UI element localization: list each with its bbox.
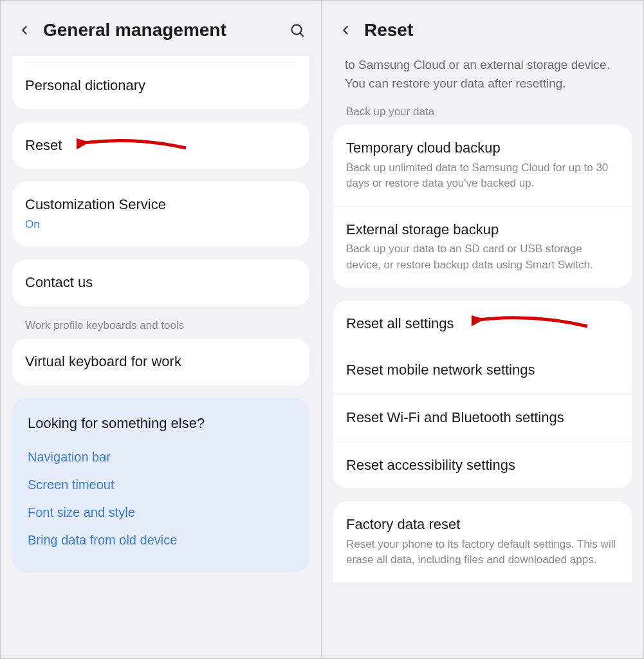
help-link-font-size-style[interactable]: Font size and style [28, 499, 294, 526]
row-temporary-cloud-backup[interactable]: Temporary cloud backup Back up unlimited… [333, 125, 632, 206]
factory-label: Factory data reset [346, 515, 619, 534]
external-storage-label: External storage backup [346, 221, 619, 239]
right-panel: Reset to Samsung Cloud or an external st… [322, 1, 643, 658]
card-truncated: Personal dictionary [12, 56, 309, 109]
svg-line-1 [300, 33, 304, 37]
row-reset-accessibility[interactable]: Reset accessibility settings [333, 441, 632, 489]
row-reset-wifi-bluetooth[interactable]: Reset Wi-Fi and Bluetooth settings [333, 394, 632, 441]
page-title: Reset [364, 20, 629, 41]
page-title: General management [43, 20, 279, 41]
reset-mobile-label: Reset mobile network settings [346, 361, 619, 380]
reset-accessibility-label: Reset accessibility settings [346, 456, 619, 475]
external-storage-sub: Back up your data to an SD card or USB s… [346, 241, 619, 273]
row-reset[interactable]: Reset [12, 122, 309, 169]
row-virtual-keyboard-work[interactable]: Virtual keyboard for work [12, 339, 309, 385]
card-backup: Temporary cloud backup Back up unlimited… [333, 125, 632, 288]
card-reset: Reset [12, 122, 309, 169]
temp-cloud-sub: Back up unlimited data to Samsung Cloud … [346, 160, 619, 192]
row-contact-us[interactable]: Contact us [12, 259, 309, 306]
virtual-keyboard-work-label: Virtual keyboard for work [25, 353, 297, 371]
reset-label: Reset [25, 136, 297, 155]
card-virtual-keyboard-work: Virtual keyboard for work [12, 339, 309, 385]
reset-all-label: Reset all settings [346, 315, 619, 333]
personal-dictionary-label: Personal dictionary [25, 77, 297, 95]
help-link-bring-data[interactable]: Bring data from old device [28, 526, 294, 554]
header-reset: Reset [322, 1, 643, 56]
header-general-management: General management [1, 1, 321, 56]
help-card: Looking for something else? Navigation b… [12, 398, 309, 572]
row-external-storage-backup[interactable]: External storage backup Back up your dat… [333, 206, 632, 288]
contact-us-label: Contact us [25, 274, 297, 292]
card-contact-us: Contact us [12, 259, 309, 306]
back-icon[interactable] [15, 21, 34, 40]
search-icon[interactable] [288, 21, 307, 40]
help-link-navigation-bar[interactable]: Navigation bar [28, 443, 294, 471]
row-factory-data-reset[interactable]: Factory data reset Reset your phone to i… [333, 501, 632, 582]
card-customization-service: Customization Service On [12, 181, 309, 246]
row-reset-all-settings[interactable]: Reset all settings [333, 301, 632, 348]
back-icon[interactable] [336, 21, 355, 40]
card-factory-reset: Factory data reset Reset your phone to i… [333, 501, 632, 582]
reset-wifi-bt-label: Reset Wi-Fi and Bluetooth settings [346, 409, 619, 427]
customization-service-label: Customization Service [25, 196, 297, 214]
card-reset-options: Reset all settings Reset mobile network … [333, 301, 632, 488]
factory-sub: Reset your phone to its factory default … [346, 537, 619, 568]
help-title: Looking for something else? [28, 415, 294, 432]
section-backup: Back up your data [322, 106, 643, 125]
section-work-profile: Work profile keyboards and tools [1, 319, 321, 339]
left-panel: General management Personal dictionary R… [1, 1, 322, 658]
row-reset-mobile-network[interactable]: Reset mobile network settings [333, 347, 632, 394]
row-customization-service[interactable]: Customization Service On [12, 181, 309, 246]
help-link-screen-timeout[interactable]: Screen timeout [28, 471, 294, 499]
customization-service-status: On [25, 217, 297, 233]
row-personal-dictionary[interactable]: Personal dictionary [12, 62, 309, 109]
temp-cloud-label: Temporary cloud backup [346, 139, 619, 158]
intro-text: to Samsung Cloud or an external storage … [322, 56, 643, 106]
